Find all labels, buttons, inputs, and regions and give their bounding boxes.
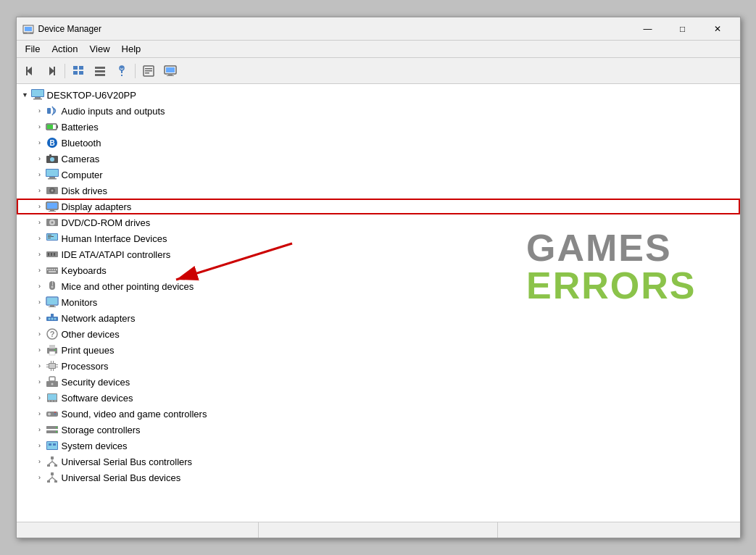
expand-arrow[interactable]: › <box>34 233 46 244</box>
svg-rect-104 <box>49 401 50 401</box>
device-icon <box>46 407 59 420</box>
expand-arrow[interactable]: › <box>34 153 46 164</box>
svg-rect-82 <box>51 314 54 317</box>
expand-arrow[interactable]: › <box>34 185 46 196</box>
svg-rect-10 <box>79 66 83 70</box>
device-label: Mice and other pointing devices <box>62 281 194 292</box>
expand-arrow[interactable]: › <box>34 217 46 228</box>
svg-text:B: B <box>49 139 54 147</box>
expand-arrow[interactable]: › <box>34 105 46 117</box>
expand-arrow[interactable]: › <box>34 169 46 180</box>
tree-item[interactable]: ›Storage controllers <box>17 422 740 438</box>
tree-item[interactable]: ›BBluetooth <box>17 135 740 151</box>
expand-arrow[interactable]: › <box>34 392 46 404</box>
svg-rect-1 <box>25 27 32 31</box>
device-icon: ? <box>46 327 59 341</box>
expand-arrow[interactable]: › <box>34 328 46 340</box>
tree-item[interactable]: ›IDE ATA/ATAPI controllers <box>17 246 740 262</box>
window-icon <box>22 23 34 35</box>
tree-item[interactable]: ›Print queues <box>17 342 740 358</box>
device-icon <box>46 152 59 165</box>
svg-point-88 <box>54 349 56 351</box>
tree-item[interactable]: ›Monitors <box>17 294 740 310</box>
tree-item[interactable]: ›Batteries <box>17 119 740 135</box>
svg-rect-6 <box>26 67 28 75</box>
tree-root[interactable]: ▼ DESKTOP-U6V20PP <box>17 87 740 103</box>
expand-arrow[interactable]: › <box>34 424 46 435</box>
tree-item[interactable]: ›Display adapters <box>17 199 740 214</box>
expand-arrow[interactable]: › <box>34 360 46 372</box>
device-label: Batteries <box>62 122 99 133</box>
expand-arrow[interactable]: › <box>34 344 46 356</box>
svg-rect-44 <box>48 178 57 180</box>
tree-item[interactable]: ›Universal Serial Bus devices <box>17 470 740 485</box>
svg-rect-76 <box>50 305 54 306</box>
svg-rect-106 <box>54 401 56 401</box>
menu-file[interactable]: File <box>20 42 46 56</box>
expand-arrow[interactable]: › <box>34 137 46 149</box>
svg-rect-103 <box>48 394 57 400</box>
tree-item[interactable]: ›Disk drives <box>17 183 740 199</box>
device-label: Monitors <box>62 297 98 308</box>
tree-item[interactable]: ›Software devices <box>17 390 740 406</box>
forward-button[interactable] <box>41 61 62 81</box>
tree-item[interactable]: ›Security devices <box>17 374 740 390</box>
device-icon: B <box>46 136 59 149</box>
title-bar-buttons: — □ ✕ <box>631 19 734 39</box>
expand-arrow[interactable]: › <box>34 376 46 388</box>
device-label: IDE ATA/ATAPI controllers <box>62 249 171 260</box>
svg-point-80 <box>51 318 53 320</box>
device-icon <box>46 296 59 309</box>
tree-item[interactable]: ›?Other devices <box>17 326 740 342</box>
svg-rect-90 <box>49 364 55 368</box>
tree-item[interactable]: ›Audio inputs and outputs <box>17 103 740 119</box>
tree-item[interactable]: ›Human Interface Devices <box>17 230 740 246</box>
expand-arrow[interactable]: › <box>34 280 46 292</box>
help-button[interactable] <box>112 61 132 81</box>
svg-rect-124 <box>51 475 52 477</box>
menu-action[interactable]: Action <box>46 42 83 56</box>
content-area[interactable]: GAMES ERRORS ▼ DESKTOP-U6V20PP ›Audio in… <box>17 84 740 522</box>
device-icon <box>46 200 59 213</box>
menu-help[interactable]: Help <box>116 42 147 56</box>
expand-arrow[interactable]: › <box>34 408 46 420</box>
svg-rect-61 <box>48 253 49 256</box>
tree-item[interactable]: ›Network adapters <box>17 310 740 326</box>
tree-item[interactable]: ›Mice and other pointing devices <box>17 278 740 294</box>
monitor-button[interactable] <box>160 61 180 81</box>
expand-arrow[interactable]: › <box>34 440 46 451</box>
back-button[interactable] <box>20 61 40 81</box>
svg-rect-35 <box>47 125 53 129</box>
tree-item[interactable]: ›Processors <box>17 358 740 374</box>
expand-arrow[interactable]: › <box>34 296 46 308</box>
svg-rect-59 <box>48 238 51 238</box>
properties-button[interactable] <box>138 61 159 81</box>
expand-arrow[interactable]: › <box>34 264 46 276</box>
expand-arrow[interactable]: › <box>34 312 46 324</box>
expand-arrow[interactable]: › <box>34 249 46 260</box>
tree-item[interactable]: ›DVD/CD-ROM drives <box>17 214 740 230</box>
device-icon <box>46 375 59 388</box>
tree-item[interactable]: ›Keyboards <box>17 262 740 278</box>
tree-item[interactable]: ›System devices <box>17 438 740 454</box>
maximize-button[interactable]: □ <box>666 19 699 39</box>
tree-item[interactable]: ›Sound, video and game controllers <box>17 406 740 422</box>
svg-rect-34 <box>57 125 58 128</box>
expand-arrow[interactable]: › <box>34 456 46 467</box>
root-label: DESKTOP-U6V20PP <box>47 90 136 101</box>
tree-item[interactable]: ›Computer <box>17 167 740 183</box>
expand-arrow-root[interactable]: ▼ <box>20 89 31 101</box>
device-label: Universal Serial Bus controllers <box>62 456 193 467</box>
details-button[interactable] <box>90 61 110 81</box>
expand-arrow[interactable]: › <box>34 201 46 212</box>
tree-item[interactable]: ›Cameras <box>17 151 740 167</box>
expand-arrow[interactable]: › <box>34 472 46 483</box>
svg-rect-93 <box>51 369 51 371</box>
menu-view[interactable]: View <box>84 42 116 56</box>
close-button[interactable]: ✕ <box>701 19 734 39</box>
device-icon <box>46 312 59 325</box>
minimize-button[interactable]: — <box>631 19 665 39</box>
tree-view-button[interactable] <box>68 61 88 81</box>
expand-arrow[interactable]: › <box>34 121 46 133</box>
tree-item[interactable]: ›Universal Serial Bus controllers <box>17 454 740 470</box>
